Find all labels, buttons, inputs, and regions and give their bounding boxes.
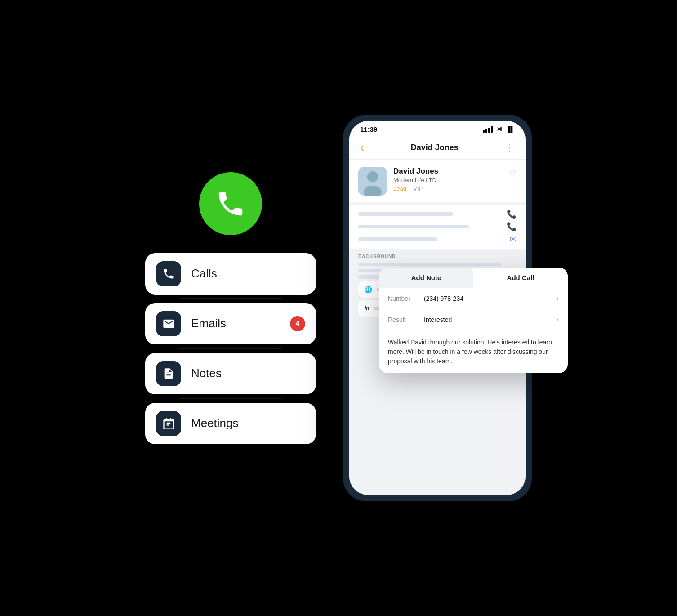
phone-handset-icon [215, 188, 246, 219]
result-field[interactable]: Result Interested › [379, 309, 568, 330]
email-placeholder [358, 237, 437, 241]
status-time: 11:39 [360, 125, 377, 133]
number-field-value: (234) 978-234 [424, 295, 557, 302]
result-field-value: Interested [424, 316, 557, 323]
wifi-icon: ⌘ [497, 126, 503, 133]
divider-1 [179, 298, 282, 299]
phone-icon [162, 268, 175, 280]
notes-icon-bg [156, 361, 181, 386]
email-row: ✉ [358, 234, 517, 244]
svg-point-1 [367, 171, 378, 182]
email-contact-icon[interactable]: ✉ [510, 234, 517, 244]
card-tabs: Add Note Add Call [379, 268, 568, 288]
phone-row-1: 📞 [358, 209, 517, 219]
bg-line-1 [358, 263, 501, 266]
status-bar: 11:39 ⌘ ▐▌ [349, 121, 526, 136]
battery-icon: ▐▌ [507, 126, 515, 133]
notes-label: Notes [191, 366, 222, 380]
contact-company: Modern Life LTD [393, 177, 502, 183]
contact-phone-section: 📞 📞 ✉ [349, 202, 526, 249]
left-panel: Calls Emails 4 [145, 172, 316, 444]
number-field[interactable]: Number (234) 978-234 › [379, 288, 568, 309]
favorite-star-icon[interactable]: ☆ [508, 167, 517, 178]
call-icon-1[interactable]: 📞 [507, 209, 517, 219]
meetings-menu-item[interactable]: Meetings [145, 403, 316, 444]
add-call-tab[interactable]: Add Call [473, 268, 568, 288]
contact-name: David Jones [393, 167, 502, 176]
phone-placeholder-2 [358, 225, 469, 228]
call-fab-button[interactable] [199, 172, 262, 235]
card-notes-text: Walked David through our solution. He's … [379, 330, 568, 373]
emails-icon-bg [156, 311, 181, 336]
phone-mockup: 11:39 ⌘ ▐▌ ‹ David J [343, 115, 532, 501]
notes-menu-item[interactable]: Notes [145, 353, 316, 394]
status-icons: ⌘ ▐▌ [483, 126, 515, 133]
contact-tags: Lead | VIP [393, 185, 502, 192]
nav-bar: ‹ David Jones ⋮ [349, 136, 526, 160]
email-icon [162, 317, 175, 330]
avatar [358, 167, 387, 196]
emails-label: Emails [191, 317, 226, 330]
meetings-label: Meetings [191, 416, 239, 430]
globe-icon: 🌐 [365, 286, 372, 293]
call-icon-2[interactable]: 📞 [507, 222, 517, 232]
add-note-tab[interactable]: Add Note [379, 268, 473, 288]
add-call-card: Add Note Add Call Number (234) 978-234 ›… [379, 268, 568, 373]
result-chevron-icon: › [557, 316, 559, 324]
meetings-icon-bg [156, 411, 181, 436]
meetings-icon [162, 417, 175, 430]
emails-menu-item[interactable]: Emails 4 [145, 303, 316, 344]
more-options-button[interactable]: ⋮ [505, 142, 515, 153]
calls-icon-bg [156, 261, 181, 286]
avatar-image [358, 167, 387, 196]
calls-label: Calls [191, 267, 217, 281]
phone-placeholder-1 [358, 212, 453, 216]
tag-divider: | [409, 185, 410, 192]
back-button[interactable]: ‹ [360, 140, 364, 155]
contact-page-title: David Jones [411, 143, 459, 152]
scene: Calls Emails 4 [145, 115, 532, 501]
result-field-label: Result [388, 316, 419, 323]
tag-vip: VIP [413, 185, 423, 192]
number-field-label: Number [388, 295, 419, 302]
calls-menu-item[interactable]: Calls [145, 253, 316, 295]
tag-lead: Lead [393, 185, 406, 192]
contact-info: David Jones Modern Life LTD Lead | VIP [393, 167, 502, 192]
notes-icon [162, 367, 175, 380]
divider-2 [179, 348, 282, 349]
emails-badge: 4 [290, 316, 305, 331]
signal-icon [483, 126, 493, 133]
menu-list: Calls Emails 4 [145, 253, 316, 444]
phone-row-2: 📞 [358, 222, 517, 232]
background-label: BACKGROUND [358, 254, 517, 259]
divider-3 [179, 398, 282, 399]
number-chevron-icon: › [557, 295, 559, 303]
linkedin-icon: in [365, 305, 370, 312]
contact-header: David Jones Modern Life LTD Lead | VIP ☆ [349, 160, 526, 202]
